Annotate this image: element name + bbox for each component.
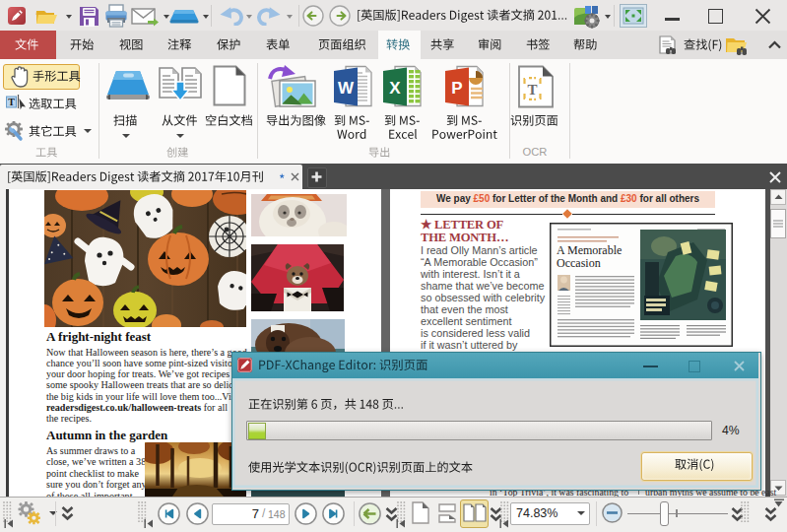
svg-text:Occasion: Occasion <box>557 256 601 270</box>
svg-text:P: P <box>451 79 462 98</box>
svg-text:X: X <box>389 79 401 98</box>
svg-text:W: W <box>338 79 355 98</box>
svg-text:T: T <box>527 82 537 98</box>
svg-text:A Memorable: A Memorable <box>557 243 622 257</box>
svg-text:T: T <box>8 97 15 107</box>
